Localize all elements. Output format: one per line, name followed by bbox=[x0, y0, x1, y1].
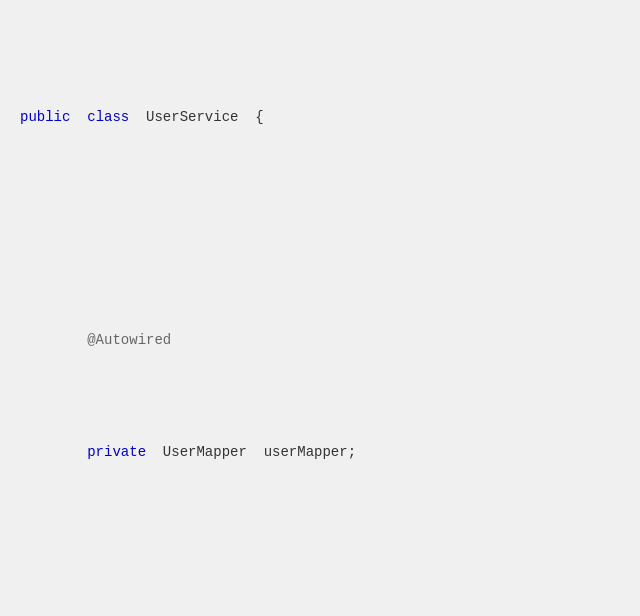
code-line-4: private UserMapper userMapper; bbox=[20, 441, 620, 463]
code-line-3: @Autowired bbox=[20, 329, 620, 351]
blank-line bbox=[20, 218, 620, 240]
blank-line bbox=[20, 553, 620, 575]
code-block: public class UserService { @Autowired pr… bbox=[20, 16, 620, 616]
code-line-1: public class UserService { bbox=[20, 106, 620, 128]
